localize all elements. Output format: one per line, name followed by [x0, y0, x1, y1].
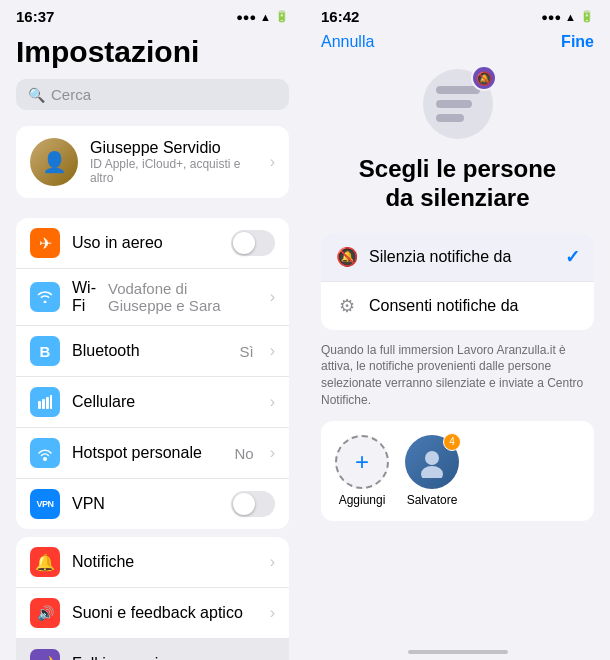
silence-check: ✓ — [565, 246, 580, 268]
svg-rect-3 — [50, 395, 52, 409]
options-section: 🔕 Silenzia notifiche da ✓ ⚙ Consenti not… — [321, 233, 594, 330]
hotspot-icon-box — [30, 438, 60, 468]
focus-bell-badge: 🔕 — [471, 65, 497, 91]
person-name: Salvatore — [407, 493, 458, 507]
svg-rect-1 — [42, 399, 45, 409]
profile-card[interactable]: 👤 Giuseppe Servidio ID Apple, iCloud+, a… — [16, 126, 289, 198]
cellular-icon-box — [30, 387, 60, 417]
focus-chevron: › — [270, 655, 275, 660]
settings-title: Impostazioni — [0, 29, 305, 79]
right-title: Scegli le personeda silenziare — [305, 155, 610, 233]
focus-icon-stack: 🔕 — [423, 69, 493, 139]
status-bar-right: 16:42 ●●● ▲ 🔋 — [305, 0, 610, 29]
person-badge: 4 — [443, 433, 461, 451]
row-label-airplane: Uso in aereo — [72, 234, 219, 252]
svg-point-8 — [425, 451, 439, 465]
left-panel: 16:37 ●●● ▲ 🔋 Impostazioni 🔍 Cerca 👤 Giu… — [0, 0, 305, 660]
row-notifications[interactable]: 🔔 Notifiche › — [16, 537, 289, 588]
sounds-chevron: › — [270, 604, 275, 622]
vpn-toggle[interactable] — [231, 491, 275, 517]
bluetooth-icon-box: B — [30, 336, 60, 366]
top-nav: Annulla Fine — [305, 29, 610, 61]
wifi-value: Vodafone di Giuseppe e Sara — [108, 280, 254, 314]
row-wifi[interactable]: Wi-Fi Vodafone di Giuseppe e Sara › — [16, 269, 289, 326]
svg-point-9 — [421, 466, 443, 478]
hotspot-value: No — [234, 445, 253, 462]
settings-section-1: ✈ Uso in aereo Wi-Fi Vodafone di Giusepp… — [16, 218, 289, 529]
airplane-toggle[interactable] — [231, 230, 275, 256]
row-label-sounds: Suoni e feedback aptico — [72, 604, 258, 622]
status-icons-right: ●●● ▲ 🔋 — [541, 10, 594, 23]
row-focus[interactable]: 🌙 Full immersion › — [16, 639, 289, 660]
svg-rect-2 — [46, 397, 49, 409]
bluetooth-value: Sì — [239, 343, 253, 360]
cancel-button[interactable]: Annulla — [321, 33, 374, 51]
battery-icon: 🔋 — [275, 10, 289, 23]
row-bluetooth[interactable]: B Bluetooth Sì › — [16, 326, 289, 377]
sounds-icon-box: 🔊 — [30, 598, 60, 628]
search-bar[interactable]: 🔍 Cerca — [16, 79, 289, 110]
profile-info: Giuseppe Servidio ID Apple, iCloud+, acq… — [90, 139, 258, 185]
people-section: + Aggiungi 4 Salvatore — [321, 421, 594, 521]
row-label-hotspot: Hotspot personale — [72, 444, 222, 462]
search-icon: 🔍 — [28, 87, 45, 103]
info-text: Quando la full immersion Lavoro Aranzull… — [321, 342, 594, 409]
settings-section-2: 🔔 Notifiche › 🔊 Suoni e feedback aptico … — [16, 537, 289, 660]
wifi-chevron: › — [270, 288, 275, 306]
allow-label: Consenti notifiche da — [369, 297, 580, 315]
focus-icon-box: 🌙 — [30, 649, 60, 660]
battery-icon-right: 🔋 — [580, 10, 594, 23]
add-label: Aggiungi — [339, 493, 386, 507]
focus-icon-area: 🔕 — [305, 69, 610, 139]
right-panel: 16:42 ●●● ▲ 🔋 Annulla Fine 🔕 Scegli le p… — [305, 0, 610, 660]
person-item-salvatore: 4 Salvatore — [405, 435, 459, 507]
row-label-focus: Full immersion — [72, 655, 258, 660]
row-label-bluetooth: Bluetooth — [72, 342, 227, 360]
allow-icon: ⚙ — [335, 295, 359, 317]
avatar: 👤 — [30, 138, 78, 186]
row-vpn[interactable]: VPN VPN — [16, 479, 289, 529]
status-bar-left: 16:37 ●●● ▲ 🔋 — [0, 0, 305, 29]
bluetooth-chevron: › — [270, 342, 275, 360]
row-cellular[interactable]: Cellulare › — [16, 377, 289, 428]
row-sounds[interactable]: 🔊 Suoni e feedback aptico › — [16, 588, 289, 639]
row-label-cellular: Cellulare — [72, 393, 258, 411]
svg-point-4 — [43, 457, 47, 461]
airplane-icon: ✈ — [30, 228, 60, 258]
profile-subtitle: ID Apple, iCloud+, acquisti e altro — [90, 157, 258, 185]
status-icons-left: ●●● ▲ 🔋 — [236, 10, 289, 23]
profile-name: Giuseppe Servidio — [90, 139, 258, 157]
row-airplane[interactable]: ✈ Uso in aereo — [16, 218, 289, 269]
profile-chevron: › — [270, 153, 275, 171]
notifications-icon-box: 🔔 — [30, 547, 60, 577]
svg-rect-5 — [436, 86, 480, 94]
svg-rect-7 — [436, 114, 464, 122]
status-time-left: 16:37 — [16, 8, 54, 25]
option-row-allow[interactable]: ⚙ Consenti notifiche da — [321, 282, 594, 330]
cellular-chevron: › — [270, 393, 275, 411]
wifi-icon-right: ▲ — [565, 11, 576, 23]
silence-icon: 🔕 — [335, 246, 359, 268]
wifi-icon: ▲ — [260, 11, 271, 23]
signal-icon-right: ●●● — [541, 11, 561, 23]
hotspot-chevron: › — [270, 444, 275, 462]
search-placeholder: Cerca — [51, 86, 91, 103]
notifications-chevron: › — [270, 553, 275, 571]
signal-icon: ●●● — [236, 11, 256, 23]
add-person[interactable]: + Aggiungi — [335, 435, 389, 507]
row-label-notifications: Notifiche — [72, 553, 258, 571]
status-time-right: 16:42 — [321, 8, 359, 25]
svg-rect-0 — [38, 401, 41, 409]
wifi-icon-box — [30, 282, 60, 312]
silence-label: Silenzia notifiche da — [369, 248, 555, 266]
svg-rect-6 — [436, 100, 472, 108]
home-indicator — [408, 650, 508, 654]
row-label-vpn: VPN — [72, 495, 219, 513]
done-button[interactable]: Fine — [561, 33, 594, 51]
row-label-wifi: Wi-Fi — [72, 279, 96, 315]
add-circle[interactable]: + — [335, 435, 389, 489]
row-hotspot[interactable]: Hotspot personale No › — [16, 428, 289, 479]
vpn-icon-box: VPN — [30, 489, 60, 519]
option-row-silence[interactable]: 🔕 Silenzia notifiche da ✓ — [321, 233, 594, 282]
